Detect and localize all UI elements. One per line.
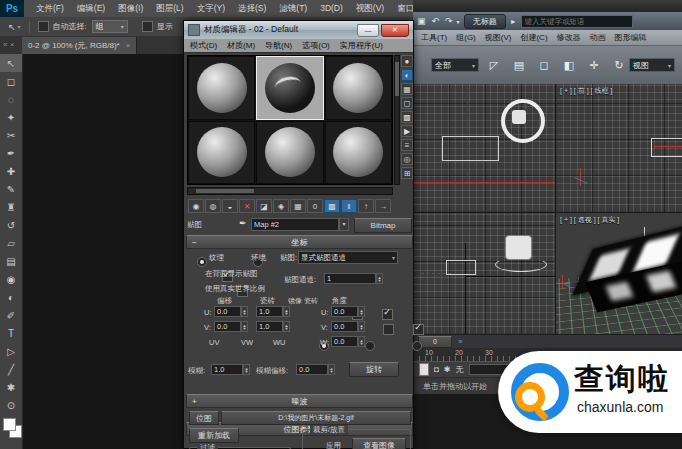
auto-select-dropdown[interactable]: 组▾ xyxy=(92,20,128,33)
chevron-down-icon[interactable]: ▾ xyxy=(457,18,460,25)
ps-menu-item[interactable]: 文件(F) xyxy=(36,3,64,15)
u-offset-field[interactable]: 0.0 xyxy=(214,306,241,317)
hand-tool-icon[interactable]: ✱ xyxy=(0,378,22,396)
viewport-front[interactable]: [ + ] [ 前 ] [ 线框 ] xyxy=(556,84,682,213)
mapping-dropdown[interactable]: 显式贴图通道▾ xyxy=(298,251,398,264)
blur-offset-field[interactable]: 0.0 xyxy=(296,364,328,375)
brush-tool-icon[interactable]: ✎ xyxy=(0,180,22,198)
time-slider-frame[interactable]: 0 xyxy=(418,336,452,348)
move-tool-icon[interactable]: ↖ xyxy=(0,54,22,72)
viewport-top[interactable] xyxy=(413,84,556,213)
pen-tool-icon[interactable]: ✐ xyxy=(0,306,22,324)
v-offset-field[interactable]: 0.0 xyxy=(214,321,241,332)
sample-slot[interactable] xyxy=(325,121,392,185)
max-menu-item[interactable]: 组(G) xyxy=(456,32,476,43)
show-map-in-viewport-icon[interactable]: ▩ xyxy=(324,199,340,213)
dialog-menu-item[interactable]: 导航(N) xyxy=(265,40,292,51)
reset-map-icon[interactable]: ✕ xyxy=(239,199,255,213)
v-angle-field[interactable]: 0.0 xyxy=(331,321,358,332)
make-preview-icon[interactable]: ▶ xyxy=(401,125,413,137)
zoom-tool-icon[interactable]: ⊙ xyxy=(0,396,22,414)
max-search-input[interactable] xyxy=(521,15,633,28)
healing-brush-tool-icon[interactable]: ✚ xyxy=(0,162,22,180)
select-object-icon[interactable]: ◸ xyxy=(485,56,503,74)
material-name-field[interactable]: Map #2 xyxy=(251,218,339,231)
ps-menu-item[interactable]: 视图(V) xyxy=(356,3,384,15)
u-tiling-spinner[interactable]: ▲▼ xyxy=(283,306,290,317)
material-id-channel-icon[interactable]: 0 xyxy=(307,199,323,213)
selection-filter-dropdown[interactable]: 全部▾ xyxy=(431,58,479,72)
reference-coordinate-dropdown[interactable]: 视图▾ xyxy=(629,58,675,72)
show-end-result-icon[interactable]: ‖ xyxy=(341,199,357,213)
material-name-dropdown-arrow[interactable]: ▾ xyxy=(339,218,349,231)
v-tiling-field[interactable]: 1.0 xyxy=(256,321,283,332)
sample-slot[interactable] xyxy=(325,56,392,120)
background-icon[interactable]: ▦ xyxy=(401,83,413,95)
v-tiling-spinner[interactable]: ▲▼ xyxy=(283,321,290,332)
crop-tool-icon[interactable]: ✂ xyxy=(0,126,22,144)
ps-menu-item[interactable]: 图像(I) xyxy=(118,3,143,15)
gradient-tool-icon[interactable]: ▤ xyxy=(0,252,22,270)
v-offset-spinner[interactable]: ▲▼ xyxy=(241,321,248,332)
eraser-tool-icon[interactable]: ▱ xyxy=(0,234,22,252)
sample-slot[interactable] xyxy=(256,121,323,185)
pick-material-eyedropper-icon[interactable]: ✒ xyxy=(239,218,247,228)
window-crossing-icon[interactable]: ◧ xyxy=(560,56,578,74)
sample-uv-tiling-icon[interactable]: ◻ xyxy=(401,97,413,109)
dodge-tool-icon[interactable]: ◐ xyxy=(0,288,22,306)
w-angle-field[interactable]: 0.0 xyxy=(331,336,358,347)
texture-radio[interactable] xyxy=(197,257,207,267)
blur-tool-icon[interactable]: ◉ xyxy=(0,270,22,288)
sample-type-icon[interactable]: ● xyxy=(401,55,413,67)
sample-slot-active[interactable] xyxy=(256,56,323,120)
auto-select-checkbox[interactable] xyxy=(38,21,49,32)
ps-menu-item[interactable]: 滤镜(T) xyxy=(279,3,307,15)
track-arrows[interactable]: » xyxy=(458,337,462,346)
max-titlebar[interactable] xyxy=(413,0,682,12)
max-menu-item[interactable]: 动画 xyxy=(590,32,606,43)
ps-menu-item[interactable]: 编辑(E) xyxy=(77,3,105,15)
blur-field[interactable]: 1.0 xyxy=(211,364,243,375)
ps-menu-item[interactable]: 文字(Y) xyxy=(197,3,225,15)
u-tiling-field[interactable]: 1.0 xyxy=(256,306,283,317)
selection-region-icon[interactable]: ◻ xyxy=(535,56,553,74)
view-image-button[interactable]: 查看图像 xyxy=(352,438,406,449)
video-color-check-icon[interactable]: ▩ xyxy=(401,111,413,123)
chevron-down-icon[interactable]: ▾ xyxy=(18,23,21,30)
shape-tool-icon[interactable]: ╱ xyxy=(0,360,22,378)
quick-selection-tool-icon[interactable]: ✦ xyxy=(0,108,22,126)
wu-radio[interactable] xyxy=(412,341,422,351)
max-menu-item[interactable]: 修改器 xyxy=(557,32,581,43)
vw-radio[interactable] xyxy=(365,341,375,351)
history-brush-tool-icon[interactable]: ↺ xyxy=(0,216,22,234)
type-tool-icon[interactable]: T xyxy=(0,324,22,342)
save-icon[interactable]: ▣ xyxy=(417,16,426,26)
options-icon[interactable]: ≡ xyxy=(401,139,413,151)
go-to-parent-icon[interactable]: ↑ xyxy=(358,199,374,213)
grid-snap-icon[interactable]: ✱ xyxy=(444,365,451,374)
ps-menu-item[interactable]: 3D(D) xyxy=(320,3,343,15)
dialog-titlebar[interactable]: 材质编辑器 - 02 - Default — ✕ xyxy=(184,21,413,39)
max-menu-item[interactable]: 创建(C) xyxy=(520,32,547,43)
viewport-perspective[interactable]: [ + ] [ 透视 ] [ 真实 ] xyxy=(556,213,682,334)
show-transform-checkbox[interactable] xyxy=(142,21,153,32)
u-angle-spinner[interactable]: ▲▼ xyxy=(358,306,365,317)
redo-icon[interactable]: ↷ xyxy=(445,16,453,26)
dialog-menu-item[interactable]: 模式(D) xyxy=(190,40,217,51)
material-type-button[interactable]: Bitmap xyxy=(354,218,412,233)
assign-material-icon[interactable]: ◒ xyxy=(222,199,238,213)
slots-horizontal-scrollbar[interactable] xyxy=(187,187,393,195)
make-material-copy-icon[interactable]: ◪ xyxy=(256,199,272,213)
v-angle-spinner[interactable]: ▲▼ xyxy=(358,321,365,332)
rectangle-shape-object[interactable] xyxy=(651,138,682,157)
close-button[interactable]: ✕ xyxy=(381,24,409,37)
rollout-coordinates[interactable]: −坐标 xyxy=(186,235,413,249)
sample-slot[interactable] xyxy=(188,121,255,185)
eyedropper-tool-icon[interactable]: ✒ xyxy=(0,144,22,162)
panel-collapse-icons[interactable]: « × xyxy=(3,40,14,49)
selection-lock-icon[interactable]: ◘ xyxy=(434,365,439,374)
make-unique-icon[interactable]: ◈ xyxy=(273,199,289,213)
max-title-button[interactable]: 无标题 xyxy=(464,14,506,29)
slots-vertical-scrollbar[interactable] xyxy=(394,55,400,185)
ps-menu-item[interactable]: 图层(L) xyxy=(156,3,183,15)
